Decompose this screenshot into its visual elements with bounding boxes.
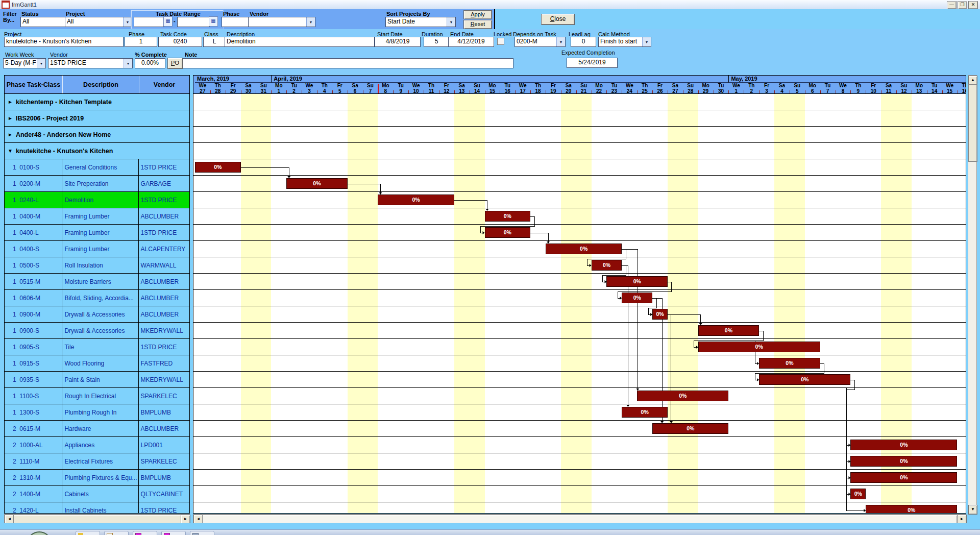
gantt-bar[interactable]: 0% [850, 472, 957, 483]
project-input[interactable]: knutekitche - Knutson's Kitchen [4, 37, 124, 47]
gantt-bar[interactable]: 0% [485, 211, 531, 222]
task-row[interactable]: 1 0240-LDemolition1STD PRICE [5, 192, 189, 208]
task-row[interactable]: 1 0606-MBifold, Sliding, Accordia...ABCL… [5, 290, 189, 306]
task-row[interactable]: 1 0100-SGeneral Conditions1STD PRICE [5, 159, 189, 176]
depends-select[interactable]: 0200-M▼ [514, 37, 566, 47]
phase-filter-input[interactable] [222, 17, 252, 27]
vendor-filter-select[interactable]: ▼ [248, 17, 315, 27]
expected-completion-input[interactable]: 5/24/2019 [567, 58, 618, 68]
task-row[interactable]: 2 1110-MElectrical FixturesSPARKELEC [5, 453, 189, 470]
scroll-right-icon[interactable]: ► [957, 515, 967, 524]
task-row[interactable]: 2 1000-ALAppliancesLPD001 [5, 437, 189, 453]
vertical-scrollbar[interactable]: ▲ ▼ [968, 75, 977, 514]
maximize-button[interactable]: ❐ [958, 1, 967, 9]
taskbar-item[interactable] [76, 531, 100, 535]
project-group-row[interactable]: ►Ander48 - Anderson New Home [5, 127, 189, 143]
chevron-down-icon[interactable]: ▼ [37, 59, 45, 68]
gantt-bar[interactable]: 0% [698, 342, 820, 352]
chart-scrollbar-thumb[interactable] [202, 515, 958, 524]
range-from-input[interactable] [134, 17, 164, 27]
task-row[interactable]: 2 1420-LInstall Cabinets1STD PRICE [5, 502, 189, 514]
close-window-button[interactable]: ✕ [968, 1, 978, 9]
gantt-bar[interactable]: 0% [637, 391, 728, 401]
gantt-bar[interactable]: 0% [652, 309, 668, 320]
table-horizontal-scrollbar[interactable]: ◄ ► [4, 514, 190, 523]
gantt-bar[interactable]: 0% [652, 423, 728, 434]
taskbar-item[interactable] [104, 531, 129, 535]
table-scrollbar-thumb[interactable] [13, 515, 182, 524]
phase-input[interactable]: 1 [125, 37, 157, 47]
col-header-vendor[interactable]: Vendor [139, 76, 189, 93]
gantt-bar[interactable]: 0% [850, 440, 957, 450]
gantt-bar[interactable]: 0% [698, 325, 759, 336]
close-button[interactable]: Close [541, 14, 575, 25]
leadlag-input[interactable]: 0 [571, 37, 596, 47]
chevron-down-icon[interactable]: ▼ [124, 59, 132, 68]
calc-method-select[interactable]: Finish to start▼ [598, 37, 651, 47]
expand-icon[interactable]: ► [8, 132, 13, 137]
gantt-bar[interactable]: 0% [850, 489, 866, 499]
gantt-bar[interactable]: 0% [759, 374, 850, 385]
calendar-icon[interactable]: ▦ [209, 16, 218, 27]
start-button[interactable] [27, 531, 52, 535]
gantt-bar[interactable]: 0% [759, 358, 820, 369]
gantt-bar[interactable]: 0% [485, 227, 531, 238]
minimize-button[interactable]: — [947, 1, 957, 9]
po-button[interactable]: PO [167, 58, 183, 69]
project-filter-select[interactable]: All▼ [65, 17, 132, 27]
start-date-input[interactable]: 4/8/2019 [375, 37, 421, 47]
taskbar-item[interactable] [190, 531, 214, 535]
gantt-bar[interactable]: 0% [850, 456, 957, 467]
gantt-bar[interactable]: 0% [622, 293, 652, 303]
end-date-input[interactable]: 4/12/2019 [448, 37, 494, 47]
taskbar-item[interactable] [133, 531, 157, 535]
taskbar-item[interactable] [161, 531, 186, 535]
chevron-down-icon[interactable]: ▼ [447, 17, 455, 27]
task-row[interactable]: 1 1300-SPlumbing Rough InBMPLUMB [5, 404, 189, 421]
task-code-input[interactable]: 0240 [158, 37, 202, 47]
chevron-down-icon[interactable]: ▼ [556, 37, 565, 46]
project-group-row[interactable]: ▼knutekitche - Knutson's Kitchen [5, 143, 189, 159]
task-row[interactable]: 1 0915-SWood FlooringFASTFRED [5, 355, 189, 372]
range-to-input[interactable] [177, 17, 210, 27]
project-group-row[interactable]: ►IBS2006 - Project 2019 [5, 110, 189, 127]
col-header-description[interactable]: Description [63, 76, 139, 93]
scroll-down-icon[interactable]: ▼ [968, 505, 977, 515]
task-row[interactable]: 2 0615-MHardwareABCLUMBER [5, 421, 189, 437]
project-group-row[interactable]: ►kitchentemp - Kitchen Template [5, 94, 189, 110]
task-row[interactable]: 1 0400-LFraming Lumber1STD PRICE [5, 225, 189, 241]
task-row[interactable]: 1 0200-MSite PreperationGARBAGE [5, 176, 189, 192]
work-week-select[interactable]: 5-Day (M-F▼ [3, 58, 46, 68]
chevron-down-icon[interactable]: ▼ [306, 17, 315, 27]
task-row[interactable]: 1 0400-SFraming LumberALCAPENTERY [5, 241, 189, 257]
gantt-bar[interactable]: 0% [195, 162, 241, 173]
col-header-phase-task-class[interactable]: Phase Task-Class [5, 76, 63, 93]
apply-button[interactable]: Apply [463, 10, 492, 19]
chevron-down-icon[interactable]: ▼ [642, 37, 651, 46]
duration-input[interactable]: 5 [424, 37, 449, 47]
vertical-scrollbar-thumb[interactable] [968, 84, 977, 162]
gantt-bar[interactable]: 0% [592, 260, 622, 271]
class-input[interactable]: L [203, 37, 226, 47]
gantt-bar[interactable]: 0% [866, 505, 957, 514]
task-row[interactable]: 2 1400-MCabinetsQLTYCABINET [5, 486, 189, 502]
pct-complete-input[interactable]: 0.00% [135, 58, 165, 68]
task-row[interactable]: 2 1310-MPlumbing Fixtures & Equ...BMPLUM… [5, 470, 189, 486]
task-row[interactable]: 1 0900-SDrywall & AccessoriesMKEDRYWALL [5, 323, 189, 339]
vendor-select[interactable]: 1STD PRICE▼ [48, 58, 133, 68]
expand-icon[interactable]: ► [8, 99, 13, 105]
task-row[interactable]: 1 0400-MFraming LumberABCLUMBER [5, 208, 189, 225]
gantt-bar[interactable]: 0% [546, 244, 622, 254]
collapse-icon[interactable]: ▼ [8, 148, 13, 154]
expand-icon[interactable]: ► [8, 115, 13, 121]
gantt-bar[interactable]: 0% [286, 178, 347, 189]
calendar-icon[interactable]: ▦ [163, 16, 173, 27]
sort-projects-select[interactable]: Start Date▼ [385, 17, 456, 27]
task-row[interactable]: 1 0935-SPaint & StainMKEDRYWALL [5, 372, 189, 388]
locked-checkbox[interactable] [497, 38, 504, 45]
task-row[interactable]: 1 0905-STile1STD PRICE [5, 339, 189, 355]
task-row[interactable]: 1 0900-MDrywall & AccessoriesABCLUMBER [5, 306, 189, 323]
note-input[interactable] [183, 58, 513, 68]
gantt-bar[interactable]: 0% [622, 407, 668, 418]
description-input[interactable]: Demolition [225, 37, 375, 47]
